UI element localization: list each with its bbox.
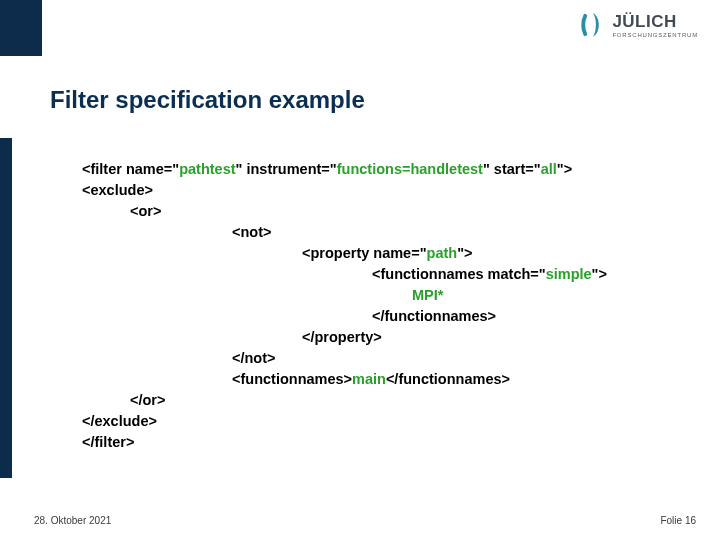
code-line: </functionnames> [82,306,496,327]
header: JÜLICH FORSCHUNGSZENTRUM [0,0,720,56]
brand-name: JÜLICH [612,13,698,30]
code-line: <functionnames match="simple"> [82,264,607,285]
code-line: <exclude> [82,182,153,198]
code-line: </filter> [82,434,134,450]
code-line: </not> [82,348,276,369]
side-accent-bar [0,138,12,478]
brand-text: JÜLICH FORSCHUNGSZENTRUM [612,13,698,38]
header-accent-block [0,0,42,56]
code-line: MPI* [82,285,443,306]
page-title: Filter specification example [50,86,365,114]
code-block: <filter name="pathtest" instrument="func… [82,138,682,453]
code-line: </property> [82,327,382,348]
code-line: <not> [82,222,271,243]
code-line: <functionnames>main</functionnames> [82,369,510,390]
brand-logo: JÜLICH FORSCHUNGSZENTRUM [580,12,698,38]
code-line: </exclude> [82,413,157,429]
footer-date: 28. Oktober 2021 [34,515,111,526]
code-line: <property name="path"> [82,243,473,264]
brand-subtitle: FORSCHUNGSZENTRUM [612,32,698,38]
juelich-logo-icon [580,12,606,38]
code-line: <or> [82,201,161,222]
code-line: <filter name="pathtest" instrument="func… [82,161,572,177]
code-line: </or> [82,390,165,411]
footer-page-number: Folie 16 [660,515,696,526]
